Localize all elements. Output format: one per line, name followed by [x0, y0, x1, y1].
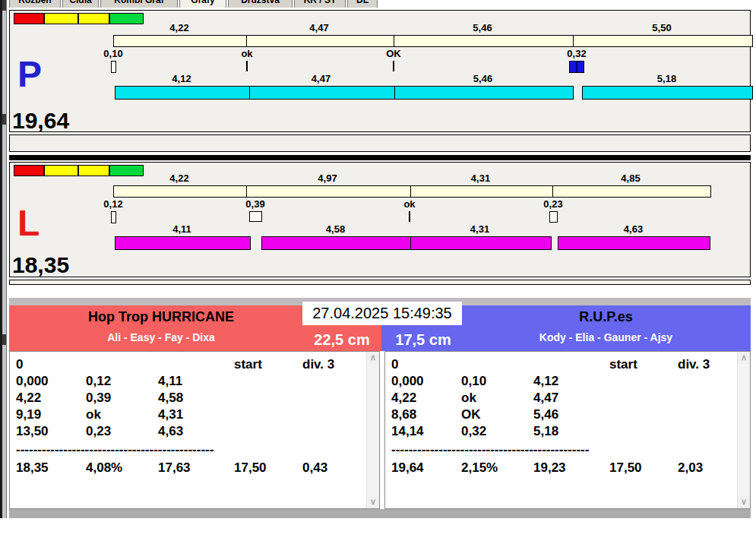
tab-grafy[interactable]: Grafy: [179, 0, 226, 8]
table-cell: 5,46: [533, 406, 609, 423]
lower-bar-label: 4,11: [115, 224, 249, 235]
splits-table-right[interactable]: 0startdiv. 30,0000,104,124,22ok4,478,68O…: [384, 351, 751, 509]
table-cell: 4,12: [533, 373, 609, 390]
scrollbar-notch: [2, 334, 6, 345]
bottom-status-bar: [9, 509, 751, 518]
table-scrollbar[interactable]: ∧∨: [737, 352, 750, 508]
left-scrollbar[interactable]: [0, 0, 7, 518]
upper-bar: 4,224,475,465,50: [113, 23, 751, 33]
table-cell: 0,000: [391, 373, 461, 390]
table-cell: 4,22: [391, 390, 461, 406]
table-row: 4,22ok4,47: [385, 390, 750, 406]
table-cell: [678, 390, 737, 406]
scroll-up-icon[interactable]: ∧: [367, 352, 379, 364]
table-content: 0startdiv. 30,0000,124,114,220,394,589,1…: [10, 352, 379, 476]
table-cell: start: [234, 356, 302, 373]
table-cell: [234, 423, 302, 440]
table-cell: [302, 390, 362, 406]
table-cell: ok: [86, 406, 158, 423]
table-separator: ----------------------------------------…: [385, 444, 750, 460]
traffic-light: [44, 165, 78, 176]
tab-druzstva[interactable]: Druzstva: [228, 0, 293, 8]
table-cell: 0,32: [461, 423, 533, 440]
splits-table-left[interactable]: 0startdiv. 30,0000,124,114,220,394,589,1…: [9, 351, 380, 509]
table-cell: start: [609, 356, 678, 373]
table-cell: [234, 406, 302, 423]
upper-bar-segment: [552, 186, 710, 197]
marker-tick: [246, 61, 248, 71]
table-cell: 4,63: [158, 423, 234, 440]
table-row: 9,19ok4,31: [10, 406, 379, 423]
panel-divider: [9, 155, 751, 160]
table-cell: [234, 373, 302, 390]
upper-bar-segment: [246, 186, 410, 197]
scroll-down-icon[interactable]: ∨: [738, 496, 750, 508]
table-cell: [302, 423, 362, 440]
tab-rr-st[interactable]: RR / ST: [294, 0, 346, 8]
lower-bar: [115, 236, 251, 250]
table-cell: 8,68: [391, 406, 461, 423]
marker-label-ok: OK: [369, 49, 418, 59]
traffic-light: [78, 13, 109, 24]
lane-total-p: 19,64: [12, 109, 69, 132]
table-cell: [609, 423, 678, 440]
lower-bar-label: 5,18: [582, 74, 751, 84]
table-total-cell: 0,43: [302, 460, 362, 476]
marker-box: [249, 211, 262, 222]
graph-panel-p: P 19,64 4,224,475,465,500,10okOK0,324,12…: [9, 10, 751, 132]
upper-bar-segment: [410, 186, 552, 197]
table-cell: 4,11: [158, 373, 234, 390]
timestamp: 27.04.2025 15:49:35: [302, 302, 462, 325]
table-cell: 0,39: [86, 390, 158, 406]
lower-bar: 4,11: [115, 224, 249, 235]
table-row: 0,0000,124,11: [10, 373, 379, 390]
table-cell: 5,18: [533, 423, 609, 440]
table-total-cell: 17,50: [609, 460, 678, 476]
team-name-right: R.U.P.es: [461, 310, 751, 324]
tab-dl[interactable]: DL: [347, 0, 378, 8]
lower-bar-segment: [394, 87, 573, 99]
scrollbar-notch: [2, 114, 6, 125]
table-cell: 4,47: [533, 390, 609, 406]
lower-bar-segment: [583, 87, 752, 99]
tab-kombi-graf[interactable]: Kombi Graf: [100, 0, 178, 8]
upper-bar-label: 4,85: [552, 173, 710, 184]
table-cell: 0: [391, 356, 461, 373]
tab-rozbeh[interactable]: Rozbeh: [9, 0, 61, 8]
spacer-box: [9, 134, 751, 152]
table-total-cell: 2,03: [678, 460, 737, 476]
team-members-left: Ali - Easy - Fay - Dixa: [9, 332, 313, 343]
marker-box: [111, 61, 116, 73]
upper-bar-label: 4,97: [245, 173, 410, 184]
scroll-up-icon[interactable]: ∧: [738, 352, 750, 364]
upper-bar: [113, 35, 753, 47]
traffic-light: [78, 165, 109, 176]
table-cell: 0,12: [86, 373, 158, 390]
table-total-cell: 19,23: [533, 460, 609, 476]
table-cell: 4,22: [16, 390, 86, 406]
table-total-cell: 19,64: [391, 460, 461, 476]
lower-bar: [558, 236, 710, 250]
traffic-light: [14, 165, 44, 176]
team-members-right: Kody - Elia - Gauner - Ajsy: [461, 332, 751, 343]
graph-panel-l: L 18,35 4,224,974,314,850,120,39ok0,234,…: [9, 162, 751, 277]
table-cell: div. 3: [302, 356, 362, 373]
table-cell: 0,000: [16, 373, 86, 390]
table-cell: [302, 373, 362, 390]
lower-bar-segment: [115, 87, 249, 99]
table-row: 0startdiv. 3: [385, 356, 750, 373]
tab-cidla[interactable]: Cidla: [62, 0, 99, 8]
marker-label-0-10: 0,10: [89, 49, 138, 59]
table-row: 0,0000,104,12: [385, 373, 750, 390]
marker-label-ok: ok: [223, 49, 271, 59]
scroll-down-icon[interactable]: ∨: [367, 496, 379, 508]
table-cell: 4,58: [158, 390, 234, 406]
lower-bar: 5,18: [582, 74, 751, 84]
table-total-cell: 18,35: [16, 460, 86, 476]
table-scrollbar[interactable]: ∧∨: [366, 352, 379, 508]
upper-bar-label: 4,47: [245, 23, 393, 33]
marker-box: [569, 61, 584, 73]
table-cell: 13,50: [16, 423, 86, 440]
table-cell: 9,19: [16, 406, 86, 423]
table-row: 14,140,325,18: [385, 423, 750, 440]
